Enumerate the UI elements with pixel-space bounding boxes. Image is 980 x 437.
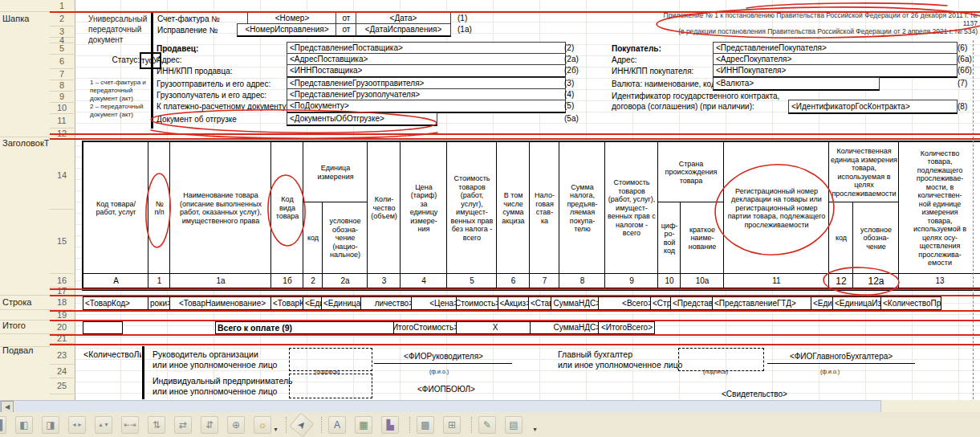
stroka-cell[interactable]: <ТоварНаименование>: [169, 296, 275, 310]
stroka-cell[interactable]: <Цена>: [411, 296, 461, 310]
col-header-6[interactable]: В том числе сумма акциза: [496, 141, 531, 275]
grid-document-icon[interactable]: ▦: [355, 416, 372, 434]
edit-table-icon[interactable]: ✎: [478, 416, 496, 434]
col-num-13[interactable]: 13: [898, 273, 980, 288]
gov-contract-cell[interactable]: <ИдентификаторГосКонтракта>: [788, 100, 958, 114]
stroka-cell[interactable]: <Представл: [670, 296, 717, 310]
autofit-icon[interactable]: ⊕: [227, 416, 245, 434]
row-header[interactable]: 15: [50, 209, 74, 274]
correction-date-cell[interactable]: <ДатаИсправления>: [356, 23, 451, 37]
stroka-cell[interactable]: СуммаНДС>: [551, 296, 603, 310]
col-header-8[interactable]: Сумма налога, предъяв- ляемая покупа- те…: [559, 141, 606, 275]
entrepreneur-signature-box[interactable]: [289, 374, 372, 398]
director-fio-cell[interactable]: <ФИОРуководителя>: [377, 352, 510, 361]
row-header[interactable]: 6: [50, 54, 74, 69]
itogo-label-cell[interactable]: Всего к оплате (9): [215, 321, 398, 334]
col-header-10a[interactable]: краткое наиме- нование: [680, 202, 725, 275]
col-num-A[interactable]: А: [83, 273, 149, 288]
stroka-cell[interactable]: <Всего>: [598, 296, 655, 310]
col-group-country[interactable]: Страна происхождения товара: [657, 141, 725, 203]
section-itogo[interactable]: Итого: [2, 321, 49, 330]
col-num-5[interactable]: 5: [446, 273, 498, 288]
col-header-12a[interactable]: условное обозна- чение: [852, 202, 900, 275]
itogo-cost-cell[interactable]: <ИтогоСтоимость>: [393, 321, 461, 334]
currency-cell[interactable]: <Валюта>: [713, 77, 880, 91]
col-num-10a[interactable]: 10а: [680, 273, 725, 288]
row-header[interactable]: 25: [50, 378, 74, 394]
section-stroka[interactable]: Строка: [2, 297, 49, 307]
col-header-1b[interactable]: Код вида товара: [270, 141, 304, 275]
align-vertical-icon[interactable]: ◨: [42, 416, 59, 434]
col-header-12[interactable]: код: [828, 202, 854, 275]
col-header-2[interactable]: код: [303, 202, 323, 275]
col-num-7[interactable]: 7: [529, 273, 560, 288]
hint-lamp-icon[interactable]: ☼: [254, 416, 271, 434]
row-header[interactable]: 23: [50, 346, 74, 365]
accountant-fio-cell[interactable]: <ФИОГлавногоБухгалтера>: [771, 352, 912, 361]
row-header[interactable]: 1: [50, 0, 74, 12]
section-zagolovok[interactable]: ЗаголовокТ: [2, 138, 49, 148]
merge-columns-icon[interactable]: ◄►: [68, 416, 86, 434]
col-header-2a[interactable]: условное обозна- чение (нацио- нальное): [322, 202, 368, 275]
col-header-5[interactable]: Стоимость товаров (работ, услуг), имущес…: [446, 141, 498, 275]
distribute-width-icon[interactable]: ⇄: [174, 416, 192, 434]
chart-icon[interactable]: ▙: [381, 416, 399, 434]
col-header-13[interactable]: Количество товара, подлежащего прослежив…: [898, 141, 980, 275]
align-horizontal-icon[interactable]: ◧: [15, 416, 33, 434]
col-num-10[interactable]: 10: [657, 273, 681, 288]
itogo-total-cell[interactable]: <ИтогоВсего>: [598, 321, 655, 334]
col-num-9[interactable]: 9: [604, 273, 659, 288]
fit-width-icon[interactable]: ⇤⇥: [121, 416, 139, 434]
accountant-signature-box[interactable]: [678, 348, 764, 371]
stroka-cell[interactable]: <Стоимость>: [456, 296, 502, 310]
col-header-A[interactable]: Код товара/ работ, услуг: [83, 141, 149, 275]
col-header-1a[interactable]: Наименование товара (описание выполненны…: [169, 141, 272, 275]
col-num-2a[interactable]: 2а: [322, 273, 368, 288]
certificate-cell[interactable]: <Свидетельство>: [690, 390, 819, 398]
col-num-8[interactable]: 8: [559, 273, 606, 288]
row-header[interactable]: 9: [50, 91, 74, 103]
stroka-cell[interactable]: <ЕдиницаИз: [321, 296, 365, 310]
col-num-1[interactable]: 1: [148, 273, 171, 288]
row-header[interactable]: 14: [50, 141, 74, 210]
buyer-inn-cell[interactable]: <ИННПокупателя>: [713, 64, 958, 78]
itogo-empty-cell[interactable]: [83, 321, 123, 334]
col-header-10[interactable]: циф- ро- вой код: [657, 202, 681, 275]
stroka-cell[interactable]: <ПредставлениеГТД>: [712, 296, 815, 310]
sheets-count-cell[interactable]: <КоличествоЛи: [83, 349, 141, 360]
lamp-dropdown-icon[interactable]: ▾: [272, 417, 279, 433]
row-header[interactable]: 24: [50, 364, 74, 378]
col-header-7[interactable]: Нало- говая став- ка: [529, 141, 560, 275]
stroka-cell[interactable]: <КоличествоПро: [880, 296, 941, 310]
distribute-height-icon[interactable]: ⇵: [201, 416, 218, 434]
row-header[interactable]: 8: [50, 80, 74, 92]
payment-doc-cell[interactable]: <ПоДокументу>: [287, 100, 566, 113]
col-header-9[interactable]: Стоимость товаров (работ, услуг), имущес…: [604, 141, 659, 275]
text-document-icon[interactable]: A: [328, 416, 346, 434]
itogo-vat-cell[interactable]: СуммаНДС>: [530, 321, 603, 334]
col-group-unit[interactable]: Единица измерения: [303, 141, 368, 203]
col-header-1[interactable]: № п/п: [148, 141, 171, 275]
row-header[interactable]: 18: [50, 295, 74, 310]
col-header-3[interactable]: Коли- чество (объем): [367, 141, 401, 275]
entrepreneur-fio-cell[interactable]: <ФИОПБОЮЛ>: [417, 385, 475, 394]
col-num-11[interactable]: 11: [723, 273, 830, 288]
doc-type-title[interactable]: Универсальный передаточный документ: [88, 14, 149, 47]
col-num-12[interactable]: 12: [828, 273, 854, 288]
col-group-trace-unit[interactable]: Количественная единица измерения товара,…: [828, 141, 900, 203]
col-num-4[interactable]: 4: [400, 273, 448, 288]
pointer-icon[interactable]: ➤: [290, 412, 315, 437]
row-header[interactable]: 5: [50, 43, 74, 55]
fit-height-icon[interactable]: ⇅: [148, 416, 165, 434]
merge-rows-icon[interactable]: ▲▼: [95, 416, 112, 434]
row-header[interactable]: 10: [50, 102, 74, 114]
shipping-doc-cell[interactable]: <ДокументыОбОтгрузке>: [287, 112, 437, 126]
row-header[interactable]: 7: [50, 68, 74, 80]
stroka-cell[interactable]: <ЕдиницаИзме: [832, 296, 885, 310]
toolbar-more-icon[interactable]: ▾: [531, 417, 539, 433]
col-header-11[interactable]: Регистрационный номер декларации на това…: [723, 141, 830, 275]
add-table-icon[interactable]: ⊞: [443, 416, 461, 434]
stroka-cell[interactable]: личество>: [360, 296, 416, 310]
table-lines-icon[interactable]: ▤: [505, 416, 523, 434]
grid-borders-icon[interactable]: ▩: [417, 416, 434, 434]
